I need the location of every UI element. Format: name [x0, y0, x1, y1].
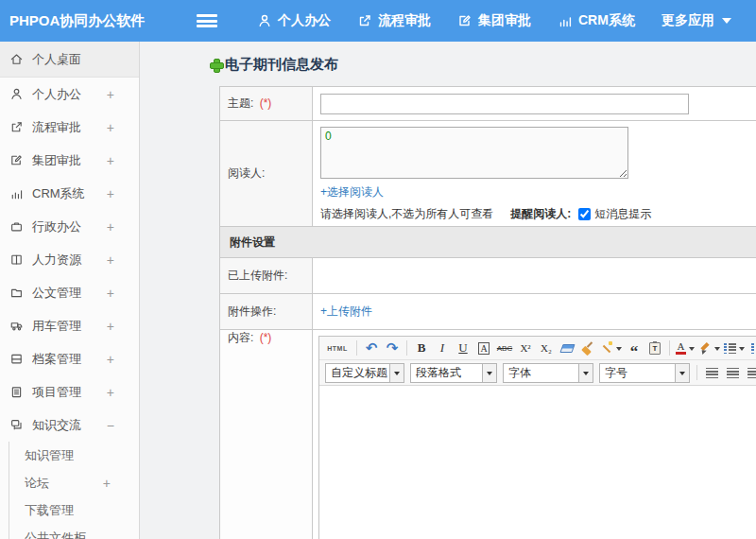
sidebar-subitem-knowledge-mgmt[interactable]: 知识管理: [9, 442, 139, 469]
uploaded-label-cell: 已上传附件:: [220, 258, 313, 294]
sidebar-item-document-mgmt[interactable]: 公文管理 +: [0, 276, 139, 309]
readers-hint: 请选择阅读人,不选为所有人可查看: [320, 206, 493, 222]
sidebar-subitem-forum[interactable]: 论坛 +: [9, 469, 139, 496]
sidebar-item-project-mgmt[interactable]: 项目管理 +: [0, 375, 139, 409]
paragraph-format-select[interactable]: 段落格式: [410, 363, 497, 383]
remind-readers-label: 提醒阅读人:: [510, 206, 571, 222]
document-icon: [9, 385, 24, 399]
font-border-button[interactable]: A: [474, 339, 493, 357]
nav-process-approval[interactable]: 流程审批: [357, 12, 431, 29]
sms-remind-checkbox[interactable]: [578, 208, 591, 220]
bar-chart-icon: [558, 13, 573, 28]
home-icon: [9, 52, 24, 66]
paste-plain-text-button[interactable]: T: [645, 339, 664, 357]
align-center-button[interactable]: [723, 363, 742, 382]
unordered-list-button[interactable]: [747, 339, 756, 357]
briefcase-icon: [9, 219, 24, 234]
caret-down-icon: [482, 364, 496, 382]
sidebar-item-vehicle-mgmt[interactable]: 用车管理 +: [0, 309, 139, 342]
redo-button[interactable]: ↷: [383, 339, 402, 357]
nav-more-apps[interactable]: 更多应用: [662, 12, 731, 29]
attachment-ops-label-cell: 附件操作:: [220, 294, 313, 330]
book-icon: [9, 252, 24, 267]
sidebar-item-hr[interactable]: 人力资源 +: [0, 243, 139, 276]
italic-button[interactable]: I: [433, 339, 452, 357]
font-size-select[interactable]: 字号: [599, 363, 690, 383]
eraser-icon: [559, 344, 575, 353]
sidebar-subitem-download-mgmt[interactable]: 下载管理: [9, 496, 139, 524]
upload-attachment-link[interactable]: +上传附件: [320, 304, 372, 318]
align-right-icon: [747, 368, 756, 378]
font-family-select[interactable]: 字体: [503, 363, 593, 383]
underline-button[interactable]: U: [454, 339, 472, 357]
ordered-list-button[interactable]: [723, 339, 746, 357]
required-mark: (*): [260, 331, 272, 344]
sidebar-item-crm[interactable]: CRM系统 +: [0, 177, 139, 210]
nav-personal-office[interactable]: 个人办公: [257, 12, 331, 29]
editor-canvas[interactable]: [319, 386, 756, 539]
clipboard-icon: T: [649, 342, 661, 355]
font-color-button[interactable]: A: [675, 339, 696, 357]
app-window: PHPOA协同办公软件 个人办公 流程审批 集团审批: [0, 0, 756, 539]
topbar: PHPOA协同办公软件 个人办公 流程审批 集团审批: [0, 0, 756, 42]
readers-textarea[interactable]: 0: [320, 127, 628, 179]
caret-down-icon: [714, 347, 720, 354]
align-left-button[interactable]: [702, 363, 721, 382]
required-mark: (*): [260, 96, 272, 110]
sidebar-item-admin-office[interactable]: 行政办公 +: [0, 210, 139, 243]
page-title: 电子期刊信息发布: [225, 56, 338, 74]
subject-input[interactable]: [320, 94, 689, 114]
highlight-pen-button[interactable]: [697, 339, 721, 357]
nav-crm-system[interactable]: CRM系统: [558, 12, 635, 29]
sidebar-item-knowledge-exchange[interactable]: 知识交流 −: [0, 409, 139, 442]
ordered-list-icon: [724, 343, 736, 354]
caret-down-icon: [675, 364, 689, 382]
align-left-icon: [706, 368, 718, 378]
bold-button[interactable]: B: [412, 339, 431, 357]
main-content: 电子期刊信息发布 主题: (*) 阅读人: 0 +选择阅读人: [140, 42, 756, 539]
undo-button[interactable]: ↶: [362, 339, 381, 357]
editor-toolbar-row2: 自定义标题 段落格式 字体: [319, 360, 756, 386]
rich-text-editor: HTML ↶ ↷ B I U: [318, 336, 756, 539]
folder-icon: [9, 286, 24, 300]
caret-down-icon: [389, 364, 404, 382]
sidebar-item-archive-mgmt[interactable]: 档案管理 +: [0, 342, 139, 375]
content-label-cell: 内容: (*): [220, 330, 313, 539]
sidebar-item-desktop[interactable]: 个人桌面: [0, 42, 139, 78]
menu-toggle-icon[interactable]: [197, 14, 217, 27]
auto-typeset-button[interactable]: [599, 339, 623, 357]
sidebar-item-personal-office[interactable]: 个人办公 +: [0, 78, 139, 111]
select-readers-link[interactable]: +选择阅读人: [320, 185, 384, 199]
nav-group-approval[interactable]: 集团审批: [457, 12, 531, 29]
strikethrough-button[interactable]: ABC: [495, 339, 514, 357]
format-painter-button[interactable]: [578, 339, 597, 357]
attachment-section-header: 附件设置: [220, 227, 756, 258]
sms-remind-label: 短消息提示: [594, 206, 651, 222]
archive-icon: [9, 352, 24, 366]
caret-down-icon: [616, 347, 622, 354]
eraser-button[interactable]: [558, 339, 576, 357]
magic-wand-icon: [600, 341, 613, 355]
sidebar-sublist-knowledge: 知识管理 论坛 + 下载管理 公共文件柜: [9, 442, 139, 539]
top-nav: 个人办公 流程审批 集团审批 CRM系统 更多应用: [244, 12, 745, 29]
blockquote-button[interactable]: “: [625, 339, 644, 357]
plus-icon: [210, 59, 222, 71]
publish-form: 主题: (*) 阅读人: 0 +选择阅读人 请选择阅读人,不选为所: [219, 86, 756, 539]
process-export-icon: [9, 120, 24, 134]
broom-icon: [581, 341, 594, 355]
nav-label: 更多应用: [662, 12, 714, 29]
custom-title-select[interactable]: 自定义标题: [325, 363, 404, 383]
edit-square-icon: [9, 153, 24, 167]
sidebar-item-process-approval[interactable]: 流程审批 +: [0, 111, 139, 144]
bar-chart-icon: [9, 186, 24, 200]
sidebar-item-group-approval[interactable]: 集团审批 +: [0, 144, 139, 177]
caret-down-icon: [689, 347, 695, 354]
subscript-button[interactable]: X₂: [537, 339, 556, 357]
chats-icon: [9, 418, 24, 432]
unordered-list-icon: [751, 343, 756, 354]
superscript-button[interactable]: X²: [516, 339, 535, 357]
sidebar-subitem-public-cabinet[interactable]: 公共文件柜: [9, 524, 139, 539]
align-right-button[interactable]: [744, 363, 756, 382]
caret-down-icon: [578, 364, 593, 382]
source-code-button[interactable]: HTML: [323, 339, 352, 357]
